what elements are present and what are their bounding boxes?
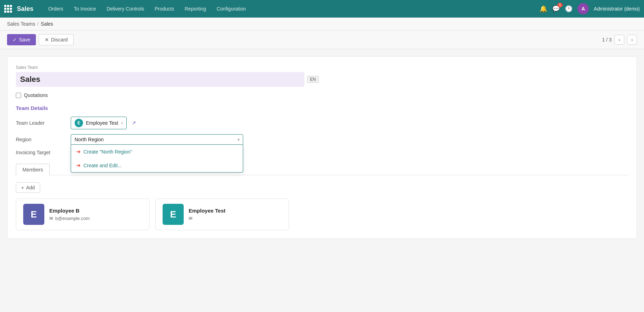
breadcrumb: Sales Teams / Sales — [0, 18, 644, 31]
quotations-checkbox[interactable] — [16, 93, 21, 98]
save-button[interactable]: ✓ Save — [7, 34, 36, 45]
sales-team-field-group: Sales Team EN — [16, 65, 628, 87]
external-link-icon[interactable]: ↗ — [132, 120, 136, 126]
checkmark-icon: ✓ — [13, 37, 17, 43]
toolbar-pagination: 1 / 3 ‹ › — [602, 35, 637, 45]
create-arrow-icon: ➜ — [76, 148, 81, 155]
menu-reporting[interactable]: Reporting — [180, 4, 211, 14]
region-row: Region ▾ ➜ Create "North Region" ➜ — [16, 134, 628, 145]
team-leader-row: Team Leader E Employee Test ▾ ↗ — [16, 117, 628, 129]
leader-dropdown-arrow-icon: ▾ — [121, 121, 123, 125]
member-info-b: Employee B ✉ b@example.com — [49, 208, 90, 221]
pagination-text: 1 / 3 — [602, 37, 612, 43]
x-icon: ✕ — [45, 37, 49, 43]
sales-team-input[interactable] — [16, 72, 304, 87]
create-edit-arrow-icon: ➜ — [76, 162, 81, 169]
member-info-e: Employee Test ✉ — [189, 208, 226, 221]
breadcrumb-current: Sales — [41, 21, 53, 27]
invoicing-target-label: Invoicing Target — [16, 150, 65, 155]
region-label: Region — [16, 137, 65, 142]
tab-members[interactable]: Members — [16, 164, 50, 175]
region-select-wrap: ▾ ➜ Create "North Region" ➜ Create and E… — [71, 134, 243, 145]
member-email-b: ✉ b@example.com — [49, 216, 90, 221]
menu-delivery-controls[interactable]: Delivery Controls — [102, 4, 149, 14]
menu-products[interactable]: Products — [150, 4, 179, 14]
team-details-section-title: Team Details — [16, 105, 628, 111]
discard-label: Discard — [51, 37, 68, 43]
form-card: Sales Team EN Quotations Team Details Te… — [7, 56, 637, 239]
create-and-edit-option[interactable]: ➜ Create and Edit... — [71, 158, 243, 172]
region-field-wrap: ▾ ➜ Create "North Region" ➜ Create and E… — [71, 134, 247, 145]
main-content: Sales Team EN Quotations Team Details Te… — [0, 49, 644, 246]
prev-record-button[interactable]: ‹ — [614, 35, 624, 45]
menu-configuration[interactable]: Configuration — [211, 4, 251, 14]
top-navigation: Sales Orders To Invoice Delivery Control… — [0, 0, 644, 18]
member-card-b: E Employee B ✉ b@example.com — [16, 199, 150, 230]
team-leader-label: Team Leader — [16, 120, 65, 126]
member-avatar-b: E — [23, 204, 44, 225]
member-email-e: ✉ — [189, 216, 226, 221]
topnav-right: 🔔 💬 5 🕐 A Administrator (demo) — [539, 3, 640, 14]
region-input[interactable] — [71, 134, 243, 145]
next-record-button[interactable]: › — [627, 35, 637, 45]
add-member-button[interactable]: + Add — [16, 182, 40, 193]
menu-to-invoice[interactable]: To Invoice — [69, 4, 101, 14]
quotations-label: Quotations — [24, 92, 48, 98]
email-icon-b: ✉ — [49, 216, 53, 221]
clock-icon[interactable]: 🕐 — [565, 5, 573, 13]
member-name-b: Employee B — [49, 208, 90, 214]
plus-icon: + — [21, 185, 24, 190]
app-grid-icon[interactable] — [4, 5, 12, 13]
add-label: Add — [26, 185, 35, 190]
breadcrumb-separator: / — [37, 21, 39, 27]
quotations-checkbox-row: Quotations — [16, 92, 628, 98]
members-grid: E Employee B ✉ b@example.com E Employee … — [16, 199, 628, 230]
team-details-fields: Team Leader E Employee Test ▾ ↗ Region — [16, 117, 628, 155]
brand-name[interactable]: Sales — [17, 5, 33, 13]
discard-button[interactable]: ✕ Discard — [39, 34, 74, 45]
breadcrumb-parent[interactable]: Sales Teams — [7, 21, 35, 27]
create-north-region-label: Create "North Region" — [83, 149, 132, 155]
save-label: Save — [19, 37, 30, 43]
leader-avatar: E — [75, 119, 83, 127]
lang-badge[interactable]: EN — [307, 76, 319, 83]
main-menu: Orders To Invoice Delivery Controls Prod… — [43, 4, 537, 14]
email-icon-e: ✉ — [189, 216, 192, 221]
member-name-e: Employee Test — [189, 208, 226, 214]
messages-icon[interactable]: 💬 5 — [552, 5, 560, 13]
user-name[interactable]: Administrator (demo) — [594, 6, 640, 12]
member-avatar-e: E — [163, 204, 184, 225]
menu-orders[interactable]: Orders — [43, 4, 68, 14]
toolbar-actions: ✓ Save ✕ Discard — [7, 34, 74, 45]
team-leader-field[interactable]: E Employee Test ▾ — [71, 117, 127, 129]
create-north-region-option[interactable]: ➜ Create "North Region" — [71, 145, 243, 158]
region-dropdown-menu: ➜ Create "North Region" ➜ Create and Edi… — [71, 145, 243, 173]
members-section: + Add E Employee B ✉ b@example.com — [16, 182, 628, 230]
team-leader-field-wrap: E Employee Test ▾ ↗ — [71, 117, 247, 129]
create-and-edit-label: Create and Edit... — [83, 163, 122, 168]
toolbar: ✓ Save ✕ Discard 1 / 3 ‹ › — [0, 31, 644, 49]
notification-bell-icon[interactable]: 🔔 — [539, 5, 547, 13]
user-avatar[interactable]: A — [577, 3, 589, 14]
messages-badge: 5 — [557, 3, 563, 7]
member-card-e: E Employee Test ✉ — [155, 199, 289, 230]
leader-name: Employee Test — [86, 120, 118, 126]
sales-team-label: Sales Team — [16, 65, 628, 70]
